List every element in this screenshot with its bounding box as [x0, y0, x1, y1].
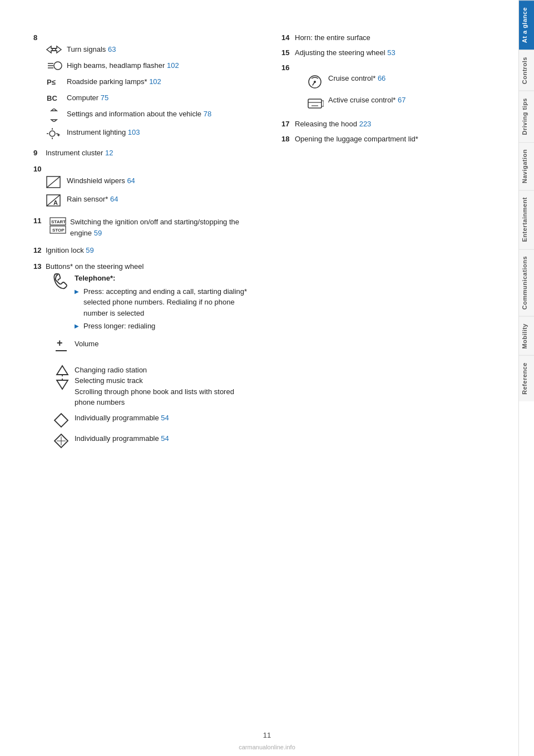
- item-number-12: 12: [33, 246, 43, 254]
- volume-entry: + Volume: [53, 338, 248, 360]
- item-15: 15 Adjusting the steering wheel 53: [281, 48, 496, 57]
- turn-signals-text: Turn signals 63: [67, 44, 116, 55]
- rain-sensor-text: Rain sensor* 64: [67, 194, 118, 205]
- sidebar-tab-reference[interactable]: Reference: [519, 355, 534, 401]
- lighting-link[interactable]: 103: [128, 128, 140, 136]
- item-12: 12 Ignition lock 59: [33, 246, 248, 254]
- item-11-link[interactable]: 59: [94, 229, 102, 237]
- phone-icon: [53, 273, 71, 292]
- rain-sensor-entry: A Rain sensor* 64: [46, 194, 248, 209]
- sidebar: At a glance Controls Driving tips Naviga…: [518, 0, 534, 756]
- svg-marker-27: [57, 366, 68, 375]
- sidebar-tab-driving-tips[interactable]: Driving tips: [519, 91, 534, 142]
- sidebar-tab-communications[interactable]: Communications: [519, 249, 534, 316]
- item-number-9: 9: [33, 149, 43, 157]
- sidebar-tab-mobility[interactable]: Mobility: [519, 316, 534, 356]
- diamond1-link[interactable]: 54: [161, 414, 169, 422]
- diamond2-icon: [53, 433, 71, 450]
- cruise-text: Cruise control* 66: [328, 74, 385, 82]
- item-14-text: Horn: the entire surface: [295, 33, 370, 42]
- item-number-14: 14: [281, 33, 291, 42]
- svg-text:START: START: [51, 219, 66, 224]
- item-number-15: 15: [281, 48, 291, 57]
- diamond1-icon: [53, 413, 71, 430]
- svg-point-36: [314, 81, 316, 83]
- highbeam-icon: [46, 60, 63, 73]
- svg-marker-8: [51, 109, 57, 111]
- item-17-link[interactable]: 223: [359, 120, 372, 128]
- lighting-text: Instrument lighting 103: [67, 127, 140, 138]
- computer-icon: BC: [46, 92, 63, 105]
- parking-text: Roadside parking lamps* 102: [67, 76, 161, 87]
- page-number: 11: [263, 731, 271, 739]
- computer-entry: BC Computer 75: [46, 92, 248, 105]
- svg-text:P≤: P≤: [47, 78, 56, 86]
- bullet-triangle-2: ▶: [75, 322, 79, 330]
- item-16: 16 Cruise control* 66: [281, 63, 496, 113]
- item-9-text: Instrument cluster 12: [46, 149, 113, 157]
- svg-marker-9: [51, 120, 57, 122]
- sidebar-tab-controls[interactable]: Controls: [519, 50, 534, 91]
- sidebar-tab-navigation[interactable]: Navigation: [519, 142, 534, 190]
- item-9-link[interactable]: 12: [105, 149, 113, 157]
- svg-marker-31: [55, 414, 68, 427]
- lighting-icon: ✦: [46, 127, 63, 141]
- active-cruise-entry: Active cruise control* 67: [306, 96, 496, 113]
- rain-sensor-link[interactable]: 64: [110, 195, 118, 203]
- sidebar-tab-entertainment[interactable]: Entertainment: [519, 190, 534, 248]
- rain-sensor-icon: A: [46, 194, 63, 209]
- item-15-link[interactable]: 53: [387, 48, 395, 57]
- item-number-18: 18: [281, 135, 291, 143]
- cruise-icon: [306, 74, 324, 91]
- highbeam-link[interactable]: 102: [167, 61, 179, 70]
- telephone-bullet-1: ▶ Press: accepting and ending a call, st…: [75, 286, 248, 319]
- svg-marker-1: [52, 46, 61, 53]
- item-number-13: 13: [33, 262, 43, 271]
- radio-text: Changing radio station Selecting music t…: [75, 365, 248, 408]
- computer-text: Computer 75: [67, 92, 108, 104]
- item-number-8: 8: [33, 33, 43, 42]
- diamond2-link[interactable]: 54: [161, 434, 169, 443]
- settings-text: Settings and information about the vehic…: [67, 109, 211, 120]
- wipers-entry: Windshield wipers 64: [46, 175, 248, 190]
- telephone-bullet-2: ▶ Press longer: redialing: [75, 321, 248, 332]
- turn-signals-link[interactable]: 63: [108, 45, 116, 53]
- volume-icon: +: [53, 338, 71, 360]
- parking-link[interactable]: 102: [149, 77, 161, 86]
- item-14: 14 Horn: the entire surface: [281, 33, 496, 42]
- right-column: 14 Horn: the entire surface 15 Adjusting…: [270, 33, 496, 734]
- active-cruise-text: Active cruise control* 67: [328, 96, 406, 104]
- telephone-entry: Telephone*: ▶ Press: accepting and endin…: [53, 273, 248, 334]
- diamond1-text: Individually programmable 54: [75, 413, 169, 424]
- item-number-10: 10: [33, 165, 43, 173]
- item-18: 18 Opening the luggage compartment lid*: [281, 135, 496, 143]
- active-cruise-link[interactable]: 67: [398, 96, 406, 104]
- svg-text:STOP: STOP: [52, 228, 65, 233]
- cruise-entry: Cruise control* 66: [306, 74, 496, 91]
- svg-point-10: [50, 131, 55, 136]
- item-17: 17 Releasing the hood 223: [281, 120, 496, 128]
- left-column: 8 Turn signals 63: [33, 33, 259, 734]
- down-arrow-icon: [55, 378, 70, 390]
- item-13-text: Buttons* on the steering wheel: [46, 262, 144, 271]
- diamond2-text: Individually programmable 54: [75, 433, 169, 444]
- item-10: 10 Windshield wipers 64: [33, 165, 248, 209]
- item-12-link[interactable]: 59: [86, 246, 93, 254]
- wipers-link[interactable]: 64: [127, 176, 135, 185]
- computer-link[interactable]: 75: [101, 94, 108, 102]
- diamond1-entry: Individually programmable 54: [53, 413, 248, 430]
- svg-text:BC: BC: [47, 94, 57, 102]
- item-15-text: Adjusting the steering wheel 53: [295, 48, 395, 57]
- volume-text: Volume: [75, 338, 98, 350]
- radio-entry: Changing radio station Selecting music t…: [53, 365, 248, 408]
- settings-icon: [46, 109, 63, 124]
- item-11-text: Switching the ignition on/off and starti…: [70, 217, 248, 238]
- sidebar-tab-at-a-glance[interactable]: At a glance: [519, 0, 534, 50]
- up-down-icons: [53, 365, 71, 390]
- item-9: 9 Instrument cluster 12: [33, 149, 248, 157]
- active-cruise-icon: [306, 96, 324, 113]
- item-number-16: 16: [281, 63, 291, 72]
- settings-link[interactable]: 78: [204, 110, 211, 118]
- wipers-icon: [46, 175, 63, 190]
- cruise-link[interactable]: 66: [378, 74, 385, 82]
